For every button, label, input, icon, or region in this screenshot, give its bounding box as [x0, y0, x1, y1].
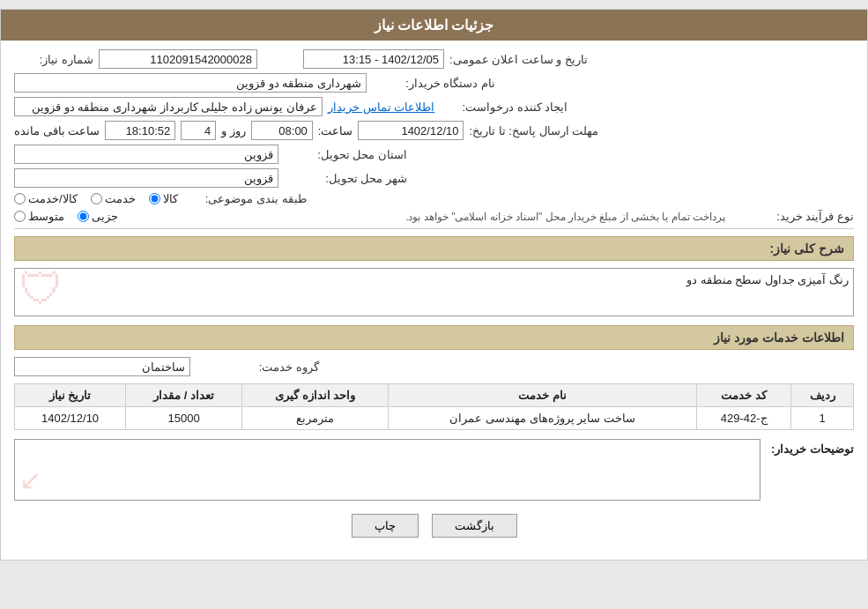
main-info-section: تاریخ و ساعت اعلان عمومی: 1402/12/05 - 1… [14, 49, 854, 316]
content-area: تاریخ و ساعت اعلان عمومی: 1402/12/05 - 1… [1, 41, 867, 560]
creator-row: ایجاد کننده درخواست: اطلاعات تماس خریدار… [14, 97, 854, 116]
service-group-label: گروه خدمت: [196, 360, 319, 374]
category-kala[interactable]: کالا [149, 192, 178, 205]
purchase-type-partial-radio[interactable] [78, 211, 89, 222]
need-description-box[interactable]: رنگ آمیزی جداول سطح منطقه دو 🛡 [14, 268, 854, 316]
need-description-value: رنگ آمیزی جداول سطح منطقه دو [686, 273, 849, 286]
services-table-head: ردیف کد خدمت نام خدمت واحد اندازه گیری ت… [15, 384, 854, 407]
deadline-remaining: 18:10:52 [105, 121, 175, 140]
purchase-type-row: نوع فرآیند خرید: پرداخت تمام یا بخشی از … [14, 210, 854, 223]
row-unit: مترمربع [242, 407, 389, 430]
city-label: شهر محل تحویل: [284, 172, 407, 185]
buyer-notes-section: توضیحات خریدار: ↙ [14, 439, 854, 501]
purchase-type-partial[interactable]: جزیی [78, 210, 118, 223]
deadline-label: مهلت ارسال پاسخ: تا تاریخ: [469, 124, 598, 137]
purchase-type-label: نوع فرآیند خرید: [731, 210, 854, 223]
category-kala-khedmat-label: کالا/خدمت [28, 192, 78, 205]
announcement-value: 1402/12/05 - 13:15 [303, 49, 444, 69]
category-kala-label: کالا [163, 192, 178, 205]
deadline-days: 4 [181, 121, 216, 140]
purchase-type-medium[interactable]: متوسط [14, 210, 64, 223]
page-wrapper: جزئیات اطلاعات نیاز تاریخ و ساعت اعلان ع… [0, 9, 868, 561]
services-table-header-row: ردیف کد خدمت نام خدمت واحد اندازه گیری ت… [15, 384, 854, 407]
creator-value: عرفان یونس زاده جلیلی کاربرداز شهرداری م… [14, 97, 323, 116]
row-date: 1402/12/10 [15, 407, 126, 430]
print-button[interactable]: چاپ [352, 514, 419, 538]
city-row: شهر محل تحویل: قزوین [14, 168, 854, 188]
creator-link[interactable]: اطلاعات تماس خریدار [328, 100, 434, 114]
separator [14, 228, 854, 229]
category-label: طبقه بندی موضوعی: [183, 192, 307, 205]
deadline-time-label: ساعت: [318, 124, 353, 137]
creator-label: ایجاد کننده درخواست: [444, 100, 568, 114]
watermark-icon: 🛡 [19, 267, 63, 311]
need-number-value: 1102091542000028 [99, 49, 257, 69]
announcement-row: تاریخ و ساعت اعلان عمومی: 1402/12/05 - 1… [14, 49, 854, 69]
col-unit: واحد اندازه گیری [242, 384, 389, 407]
buyer-org-label: نام دستگاه خریدار: [372, 77, 495, 90]
category-khedmat-label: خدمت [105, 192, 136, 205]
deadline-date: 1402/12/10 [358, 121, 464, 140]
purchase-type-medium-label: متوسط [28, 210, 64, 223]
province-value: قزوین [14, 145, 278, 164]
col-name: نام خدمت [389, 384, 697, 407]
purchase-type-partial-label: جزیی [92, 210, 118, 223]
row-quantity: 15000 [126, 407, 242, 430]
deadline-time: 08:00 [251, 121, 313, 140]
purchase-type-note: پرداخت تمام یا بخشی از مبلغ خریدار محل "… [123, 211, 725, 223]
city-value: قزوین [14, 168, 278, 188]
back-button[interactable]: بازگشت [432, 514, 517, 538]
service-group-value: ساختمان [14, 357, 190, 376]
row-code: ج-42-429 [696, 407, 790, 430]
row-name: ساخت سایر پروژه‌های مهندسی عمران [389, 407, 697, 430]
col-date: تاریخ نیاز [15, 384, 126, 407]
buyer-notes-input[interactable]: ↙ [14, 439, 760, 501]
need-description-section-header: شرح کلی نیاز: [14, 236, 854, 261]
category-khedmat[interactable]: خدمت [91, 192, 136, 205]
col-quantity: تعداد / مقدار [126, 384, 242, 407]
watermark-icon-2: ↙ [19, 464, 41, 495]
need-description-label: شرح کلی نیاز: [770, 241, 844, 256]
services-table: ردیف کد خدمت نام خدمت واحد اندازه گیری ت… [14, 383, 854, 430]
deadline-days-label: روز و [221, 124, 246, 137]
category-kala-khedmat-radio[interactable] [14, 193, 26, 204]
buyer-notes-row: توضیحات خریدار: ↙ [14, 439, 854, 501]
table-row: 1 ج-42-429 ساخت سایر پروژه‌های مهندسی عم… [15, 407, 854, 430]
services-table-body: 1 ج-42-429 ساخت سایر پروژه‌های مهندسی عم… [15, 407, 854, 430]
deadline-remaining-label: ساعت باقی مانده [14, 124, 100, 137]
buyer-org-row: نام دستگاه خریدار: شهرداری منطقه دو قزوی… [14, 73, 854, 93]
need-description-wrapper: رنگ آمیزی جداول سطح منطقه دو 🛡 [14, 268, 854, 316]
category-row: طبقه بندی موضوعی: کالا/خدمت خدمت کالا [14, 192, 854, 205]
category-radio-group: کالا/خدمت خدمت کالا [14, 192, 178, 205]
category-kala-khedmat[interactable]: کالا/خدمت [14, 192, 78, 205]
page-header: جزئیات اطلاعات نیاز [1, 10, 867, 41]
need-number-label: شماره نیاز: [14, 53, 93, 66]
province-label: استان محل تحویل: [284, 148, 407, 161]
category-khedmat-radio[interactable] [91, 193, 102, 204]
province-row: استان محل تحویل: قزوین [14, 145, 854, 164]
announcement-label: تاریخ و ساعت اعلان عمومی: [449, 53, 588, 66]
service-group-row: گروه خدمت: ساختمان [14, 357, 854, 376]
services-section: اطلاعات خدمات مورد نیاز گروه خدمت: ساختم… [14, 325, 854, 430]
purchase-type-medium-radio[interactable] [14, 211, 26, 222]
buttons-row: بازگشت چاپ [14, 514, 854, 546]
col-index: ردیف [791, 384, 854, 407]
page-title: جزئیات اطلاعات نیاز [375, 18, 494, 33]
services-title: اطلاعات خدمات مورد نیاز [714, 330, 844, 345]
deadline-row: مهلت ارسال پاسخ: تا تاریخ: 1402/12/10 سا… [14, 121, 854, 140]
purchase-type-radio-group: متوسط جزیی [14, 210, 118, 223]
buyer-notes-label: توضیحات خریدار: [766, 439, 854, 456]
row-index: 1 [791, 407, 854, 430]
buyer-org-value: شهرداری منطقه دو قزوین [14, 73, 367, 93]
services-section-title: اطلاعات خدمات مورد نیاز [14, 325, 854, 350]
category-kala-radio[interactable] [149, 193, 160, 204]
col-code: کد خدمت [696, 384, 790, 407]
